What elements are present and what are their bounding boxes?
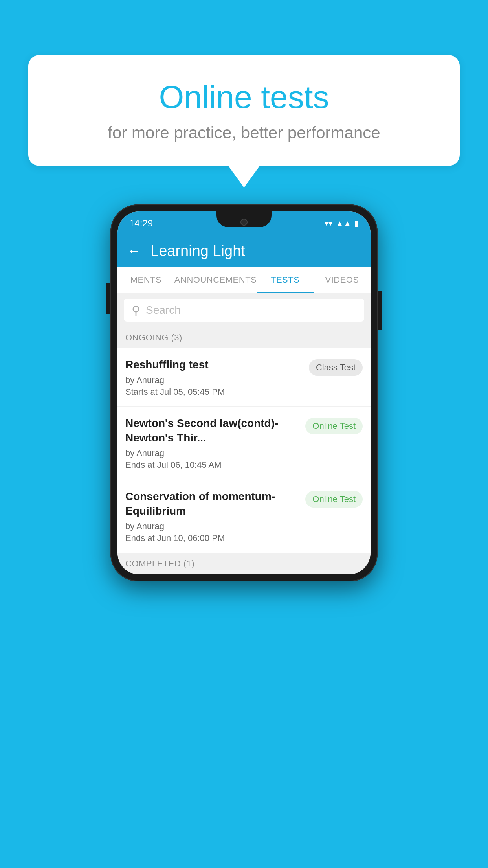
- speech-bubble-arrow: [228, 166, 260, 188]
- tab-announcements[interactable]: ANNOUNCEMENTS: [174, 267, 257, 293]
- test-item-reshuffling[interactable]: Reshuffling test by Anurag Starts at Jul…: [117, 348, 371, 407]
- search-icon: ⚲: [132, 303, 140, 317]
- test-badge-reshuffling: Class Test: [309, 359, 363, 376]
- tab-ments[interactable]: MENTS: [117, 267, 174, 293]
- test-info-reshuffling: Reshuffling test by Anurag Starts at Jul…: [125, 358, 303, 397]
- phone-screen: 14:29 ▾▾ ▲▲ ▮ ← Learning Light MENTS: [117, 211, 371, 574]
- tabs-bar: MENTS ANNOUNCEMENTS TESTS VIDEOS: [117, 267, 371, 293]
- back-button[interactable]: ←: [127, 243, 141, 259]
- speech-bubble-container: Online tests for more practice, better p…: [28, 55, 460, 188]
- search-container: ⚲ Search: [117, 293, 371, 327]
- speech-bubble-title: Online tests: [52, 79, 436, 116]
- wifi-icon: ▾▾: [325, 219, 332, 228]
- test-title-newtons: Newton's Second law(contd)-Newton's Thir…: [125, 416, 299, 445]
- status-time: 14:29: [129, 218, 153, 229]
- test-date-reshuffling: Starts at Jul 05, 05:45 PM: [125, 387, 303, 397]
- test-author-conservation: by Anurag: [125, 521, 299, 531]
- phone-device: 14:29 ▾▾ ▲▲ ▮ ← Learning Light MENTS: [110, 204, 378, 581]
- test-author-reshuffling: by Anurag: [125, 375, 303, 385]
- section-ongoing-header: ONGOING (3): [117, 327, 371, 348]
- phone-outer-frame: 14:29 ▾▾ ▲▲ ▮ ← Learning Light MENTS: [110, 204, 378, 581]
- status-icons: ▾▾ ▲▲ ▮: [325, 219, 359, 228]
- test-item-newtons[interactable]: Newton's Second law(contd)-Newton's Thir…: [117, 407, 371, 480]
- tab-tests[interactable]: TESTS: [257, 267, 314, 293]
- test-info-newtons: Newton's Second law(contd)-Newton's Thir…: [125, 416, 299, 470]
- test-info-conservation: Conservation of momentum-Equilibrium by …: [125, 489, 299, 543]
- test-list-ongoing: Reshuffling test by Anurag Starts at Jul…: [117, 348, 371, 553]
- test-author-newtons: by Anurag: [125, 448, 299, 458]
- app-title: Learning Light: [150, 243, 245, 259]
- tab-videos[interactable]: VIDEOS: [314, 267, 371, 293]
- test-date-newtons: Ends at Jul 06, 10:45 AM: [125, 460, 299, 470]
- app-bar: ← Learning Light: [117, 235, 371, 267]
- camera-icon: [240, 219, 248, 226]
- phone-notch: [216, 211, 272, 227]
- test-item-conservation[interactable]: Conservation of momentum-Equilibrium by …: [117, 480, 371, 553]
- status-bar: 14:29 ▾▾ ▲▲ ▮: [117, 211, 371, 235]
- battery-icon: ▮: [354, 219, 359, 228]
- speech-bubble-subtitle: for more practice, better performance: [52, 123, 436, 142]
- search-placeholder: Search: [146, 304, 181, 316]
- section-completed-header: COMPLETED (1): [117, 553, 371, 574]
- test-badge-newtons: Online Test: [305, 418, 363, 434]
- test-badge-conservation: Online Test: [305, 491, 363, 508]
- test-title-reshuffling: Reshuffling test: [125, 358, 303, 372]
- search-bar[interactable]: ⚲ Search: [124, 299, 364, 322]
- speech-bubble: Online tests for more practice, better p…: [28, 55, 460, 166]
- test-date-conservation: Ends at Jun 10, 06:00 PM: [125, 533, 299, 543]
- test-title-conservation: Conservation of momentum-Equilibrium: [125, 489, 299, 518]
- signal-icon: ▲▲: [336, 219, 351, 228]
